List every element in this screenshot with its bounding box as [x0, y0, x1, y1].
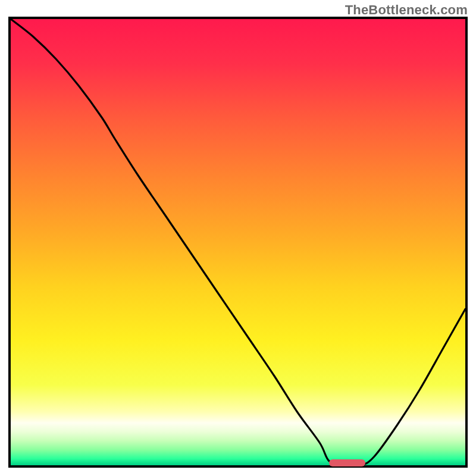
chart-curve	[11, 19, 465, 465]
watermark-text: TheBottleneck.com	[345, 2, 468, 18]
chart-minimum-marker	[329, 459, 365, 466]
chart-frame	[8, 17, 468, 468]
